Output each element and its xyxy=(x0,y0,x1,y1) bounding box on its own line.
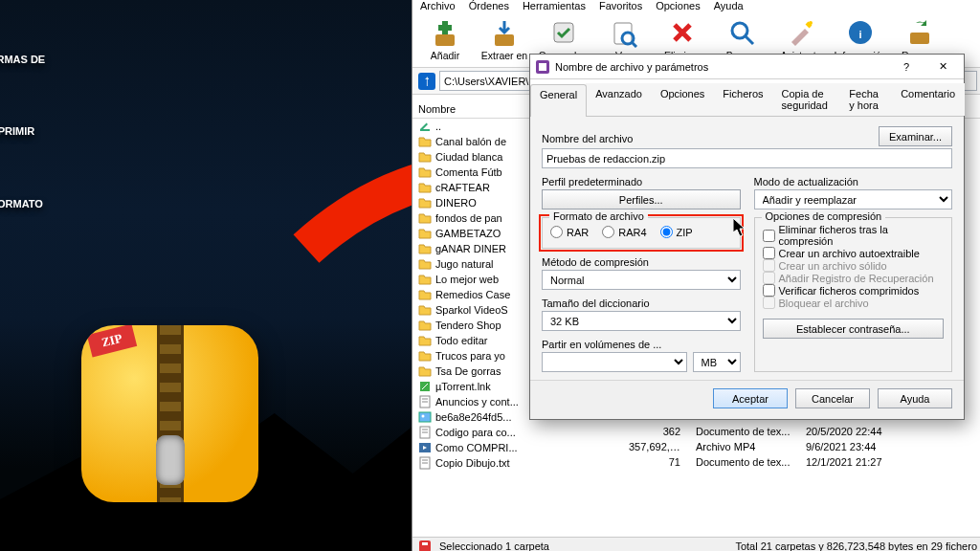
dialog-tabs: GeneralAvanzadoOpcionesFicherosCopia de … xyxy=(530,79,964,117)
svg-rect-28 xyxy=(422,542,428,545)
option-checkbox[interactable]: Eliminar ficheros tras la compresión xyxy=(763,224,945,247)
txt-icon xyxy=(418,395,432,408)
menu-bar: ArchivoÓrdenesHerramientasFavoritosOpcio… xyxy=(412,0,980,13)
update-mode-select[interactable]: Añadir y reemplazar xyxy=(754,189,953,209)
profile-label: Perfil predeterminado xyxy=(542,176,741,187)
filename-label: Nombre del archivo xyxy=(542,133,871,144)
folder-icon xyxy=(418,181,432,194)
up-icon xyxy=(418,120,432,133)
folder-icon xyxy=(418,273,432,286)
dialog-button-row: Aceptar Cancelar Ayuda xyxy=(530,380,964,419)
help-button[interactable]: ? xyxy=(891,56,922,77)
option-checkbox: Crear un archivo sólido xyxy=(763,259,945,272)
folder-icon xyxy=(418,364,432,378)
svg-rect-0 xyxy=(435,34,455,46)
split-size-select[interactable] xyxy=(542,352,687,372)
folder-icon xyxy=(418,211,432,225)
folder-icon xyxy=(418,257,432,271)
menu-herramientas[interactable]: Herramientas xyxy=(523,0,586,11)
update-mode-label: Modo de actualización xyxy=(754,176,953,187)
thumbnail-title: 3 FORMAS DE COMPRIMIR EN FORMATO xyxy=(0,0,385,216)
menu-archivo[interactable]: Archivo xyxy=(420,0,456,11)
compression-options-group: Opciones de compresión Eliminar ficheros… xyxy=(754,217,953,372)
menu-opciones[interactable]: Opciones xyxy=(656,0,700,11)
filename-input[interactable] xyxy=(542,148,952,168)
option-checkbox: Añadir Registro de Recuperación xyxy=(763,272,945,284)
svg-line-7 xyxy=(632,42,636,47)
folder-icon xyxy=(418,319,432,332)
compression-options-caption: Opciones de compresión xyxy=(762,210,886,222)
folder-icon xyxy=(418,165,432,179)
menu-favoritos[interactable]: Favoritos xyxy=(599,0,642,11)
svg-rect-18 xyxy=(419,412,431,422)
status-bar: Seleccionado 1 carpeta Total 21 carpetas… xyxy=(412,537,980,551)
split-volumes-label: Partir en volúmenes de ... xyxy=(542,339,741,350)
status-right: Total 21 carpetas y 826,723,548 bytes en… xyxy=(735,540,977,552)
format-radio-rar[interactable]: RAR xyxy=(550,226,589,238)
svg-point-19 xyxy=(422,415,425,418)
up-button[interactable]: ⭡ xyxy=(418,73,435,90)
folder-icon xyxy=(418,227,432,240)
list-row[interactable]: Codigo para co... 362Documento de tex...… xyxy=(412,425,980,440)
tab-copia-de-seguridad[interactable]: Copia de seguridad xyxy=(772,83,841,116)
list-row[interactable]: Como COMPRI... 357,692,151Archivo MP49/6… xyxy=(412,440,980,455)
txt-icon xyxy=(418,456,432,470)
profiles-button[interactable]: Perfiles... xyxy=(542,189,741,209)
dictionary-size-label: Tamaño del diccionario xyxy=(542,298,741,309)
tab-fecha-y-hora[interactable]: Fecha y hora xyxy=(839,83,892,116)
cancel-button[interactable]: Cancelar xyxy=(795,388,870,408)
compression-method-label: Método de compresión xyxy=(542,256,741,268)
svg-rect-3 xyxy=(495,34,514,46)
disk-icon xyxy=(418,540,432,552)
tab-ficheros[interactable]: Ficheros xyxy=(713,83,772,116)
compression-method-select[interactable]: Normal xyxy=(542,270,741,290)
tab-avanzado[interactable]: Avanzado xyxy=(586,83,652,116)
zip-icon: ZIP xyxy=(81,325,258,502)
menu-órdenes[interactable]: Órdenes xyxy=(469,0,509,11)
format-radio-rar4[interactable]: RAR4 xyxy=(602,226,646,238)
help-dialog-button[interactable]: Ayuda xyxy=(878,388,952,408)
tab-general[interactable]: General xyxy=(530,84,587,117)
ok-button[interactable]: Aceptar xyxy=(713,388,788,408)
svg-rect-27 xyxy=(419,540,431,552)
list-row[interactable]: Copio Dibujo.txt 71Documento de tex...12… xyxy=(412,455,980,471)
folder-icon xyxy=(418,196,432,209)
dialog-title: Nombre de archivo y parámetros xyxy=(555,61,885,73)
option-checkbox[interactable]: Verificar ficheros comprimidos xyxy=(763,284,945,297)
lnk-icon xyxy=(418,380,432,393)
folder-icon xyxy=(418,288,432,301)
dictionary-size-select[interactable]: 32 KB xyxy=(542,311,741,331)
svg-text:i: i xyxy=(858,29,861,40)
folder-icon xyxy=(418,150,432,164)
svg-point-8 xyxy=(732,23,747,38)
folder-icon xyxy=(418,135,432,148)
folder-icon xyxy=(418,334,432,347)
archive-format-caption: Formato de archivo xyxy=(549,210,648,222)
extract-button[interactable]: Extraer en xyxy=(478,17,531,61)
close-button[interactable]: ✕ xyxy=(927,56,958,77)
folder-icon xyxy=(418,303,432,317)
status-left: Seleccionado 1 carpeta xyxy=(439,540,549,552)
menu-ayuda[interactable]: Ayuda xyxy=(714,0,744,11)
folder-icon xyxy=(418,242,432,255)
format-radio-zip[interactable]: ZIP xyxy=(660,226,693,238)
svg-point-10 xyxy=(809,21,813,25)
svg-rect-30 xyxy=(539,63,546,71)
set-password-button[interactable]: Establecer contraseña... xyxy=(763,319,945,339)
add-button[interactable]: Añadir xyxy=(418,17,472,61)
browse-button[interactable]: Examinar... xyxy=(879,126,952,146)
archive-format-group: Formato de archivo RARRAR4ZIP xyxy=(542,217,741,249)
folder-icon xyxy=(418,349,432,363)
cursor-icon xyxy=(733,218,748,237)
dialog-titlebar: Nombre de archivo y parámetros ? ✕ xyxy=(530,55,964,79)
mp4-icon xyxy=(418,441,432,454)
tab-opciones[interactable]: Opciones xyxy=(651,83,714,116)
svg-line-9 xyxy=(746,36,753,44)
png-icon xyxy=(418,410,432,424)
option-checkbox[interactable]: Crear un archivo autoextraible xyxy=(763,247,945,259)
tab-comentario[interactable]: Comentario xyxy=(891,83,965,116)
svg-rect-2 xyxy=(438,25,452,31)
svg-rect-13 xyxy=(910,33,929,44)
split-unit-select[interactable]: MB xyxy=(693,352,741,372)
option-checkbox: Bloquear el archivo xyxy=(763,297,945,309)
